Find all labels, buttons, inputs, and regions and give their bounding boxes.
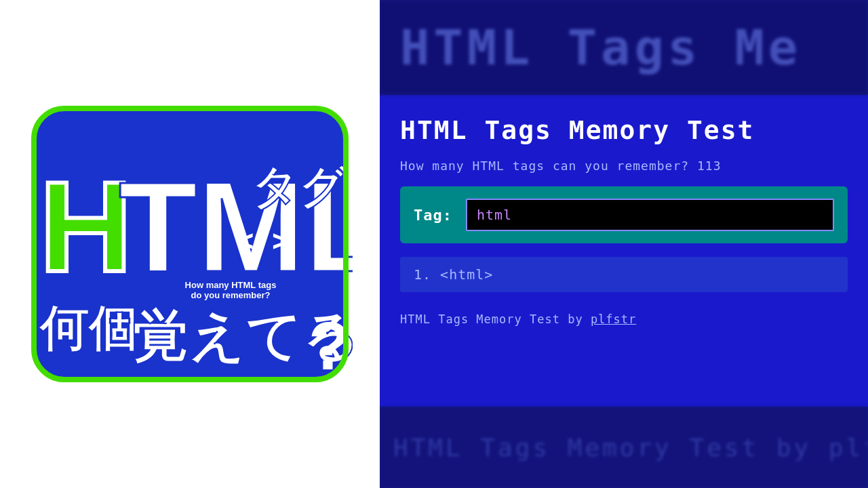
tag-input[interactable]: [466, 199, 834, 231]
input-row: Tag:: [400, 186, 848, 243]
blurred-footer-text: HTML Tags Memory Test by plfstr: [393, 434, 868, 462]
page-title: HTML Tags Memory Test: [400, 115, 848, 145]
blurred-header-strip: HTML Tags Me: [380, 0, 868, 95]
svg-text:</>: </>: [236, 223, 290, 258]
main-content: HTML Tags Memory Test How many HTML tags…: [380, 95, 868, 407]
right-panel: HTML Tags Me HTML Tags Memory Test How m…: [380, 0, 868, 488]
blurred-footer-strip: HTML Tags Memory Test by plfstr: [380, 407, 868, 488]
blurred-header-text: HTML Tags Me: [400, 19, 802, 76]
footer: HTML Tags Memory Test by plfstr: [400, 312, 848, 326]
subtitle: How many HTML tags can you remember? 113: [400, 159, 848, 173]
svg-text:How many HTML tags: How many HTML tags: [185, 280, 277, 290]
logo-container: H TML タグ </> 何個 覚えてる ? How many HTML tag…: [20, 81, 359, 407]
answer-item-1: 1. <html>: [400, 257, 848, 292]
tag-label: Tag:: [414, 207, 452, 224]
logo-image: H TML タグ </> 何個 覚えてる ? How many HTML tag…: [27, 95, 353, 393]
svg-text:タグ: タグ: [251, 161, 348, 213]
answer-text-1: 1. <html>: [414, 266, 493, 283]
svg-text:何個: 何個: [38, 302, 137, 356]
left-panel: H TML タグ </> 何個 覚えてる ? How many HTML tag…: [0, 0, 380, 488]
svg-text:do you remember?: do you remember?: [191, 290, 270, 300]
footer-text: HTML Tags Memory Test by: [400, 312, 591, 326]
footer-link[interactable]: plfstr: [591, 312, 636, 326]
